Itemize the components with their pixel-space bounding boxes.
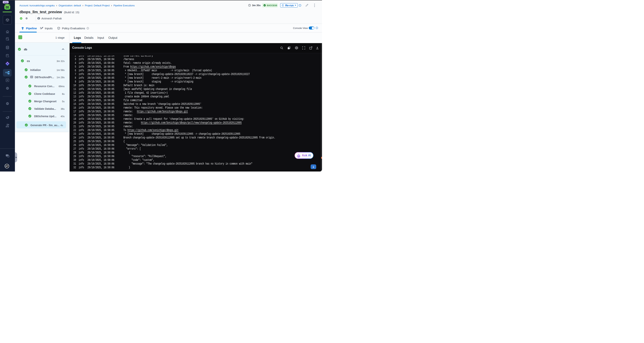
svg-text:∞: ∞ [20, 17, 22, 20]
svg-text:∞: ∞ [6, 4, 9, 10]
svg-text:?: ? [6, 154, 8, 156]
